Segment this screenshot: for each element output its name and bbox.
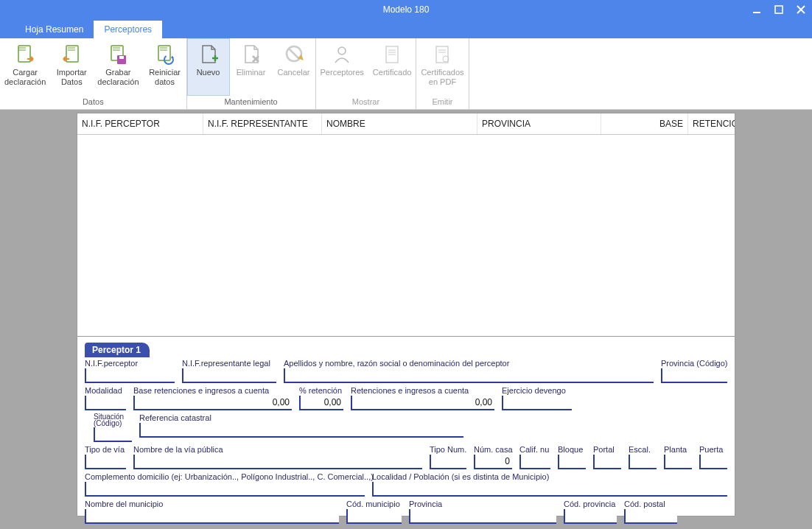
- municipio-input[interactable]: [85, 509, 339, 524]
- close-button[interactable]: [790, 0, 812, 19]
- bloque-input[interactable]: [558, 455, 586, 469]
- tab-perceptores[interactable]: Perceptores: [94, 21, 162, 38]
- provincia-input[interactable]: [409, 509, 556, 524]
- workarea: N.I.F. PERCEPTOR N.I.F. REPRESENTANTE NO…: [0, 113, 812, 516]
- label-ejercicio: Ejercicio devengo: [502, 386, 572, 395]
- reiniciar-datos-button[interactable]: Reiniciar datos: [144, 38, 186, 96]
- modalidad-input[interactable]: [85, 396, 126, 410]
- label-provincia-cod: Provincia (Código): [661, 359, 727, 368]
- col-nombre[interactable]: NOMBRE: [322, 113, 477, 134]
- detail-panel: Perceptor 1 N.I.F.perceptor N.I.F.repres…: [77, 337, 735, 516]
- svg-rect-8: [119, 56, 124, 59]
- document-delete-icon: [239, 43, 263, 66]
- document-refresh-icon: [153, 43, 177, 66]
- label-escal: Escal.: [629, 445, 657, 454]
- tipo-via-input[interactable]: [85, 455, 126, 469]
- svg-point-10: [164, 55, 173, 64]
- col-nif-perceptor[interactable]: N.I.F. PERCEPTOR: [77, 113, 203, 134]
- eliminar-button: Eliminar: [230, 38, 273, 96]
- situacion-input[interactable]: [94, 427, 132, 442]
- cod-provincia-input[interactable]: [564, 509, 617, 524]
- puerta-input[interactable]: [699, 455, 727, 469]
- label-puerta: Puerta: [699, 445, 727, 454]
- detail-tab[interactable]: Perceptor 1: [85, 343, 150, 357]
- label-nombre-via: Nombre de la vía pública: [133, 445, 422, 454]
- provincia-cod-input[interactable]: [661, 368, 727, 383]
- ribbon-group-emitir: Certificados en PDF Emitir: [416, 38, 469, 109]
- svg-line-12: [289, 49, 299, 59]
- cargar-declaracion-button[interactable]: Cargar declaración: [0, 38, 50, 96]
- label-provincia: Provincia: [409, 500, 556, 508]
- label-cod-postal: Cód. postal: [624, 500, 677, 508]
- document-arrow-right-icon: [13, 43, 37, 66]
- perceptores-button: Perceptores: [316, 38, 368, 96]
- tipo-num-input[interactable]: [430, 455, 466, 469]
- label-planta: Planta: [664, 445, 692, 454]
- document-new-icon: [197, 43, 220, 66]
- cod-postal-input[interactable]: [624, 509, 677, 524]
- ribbon-group-mantenimiento: Nuevo Eliminar Cancelar Mantenimiento: [187, 38, 316, 109]
- pdf-icon: [430, 43, 454, 66]
- col-base[interactable]: BASE: [601, 113, 688, 134]
- ejercicio-input[interactable]: [502, 396, 572, 410]
- num-casa-input[interactable]: [474, 455, 512, 469]
- detail-form: N.I.F.perceptor N.I.F.representante lega…: [85, 359, 727, 527]
- col-nif-representante[interactable]: N.I.F. REPRESENTANTE: [203, 113, 322, 134]
- ribbon-group-datos: Cargar declaración Importar Datos Grabar…: [0, 38, 187, 109]
- escal-input[interactable]: [629, 455, 657, 469]
- label-cod-municipio: Cód. municipio: [346, 500, 402, 508]
- label-complemento: Complemento domicilio (ej: Urbanización.…: [85, 472, 365, 481]
- pct-ret-input[interactable]: [299, 396, 343, 410]
- label-ret-ing: Retenciones e ingresos a cuenta: [351, 386, 494, 395]
- base-ret-input[interactable]: [133, 396, 292, 410]
- document-arrow-left-icon: [60, 43, 83, 66]
- apellidos-input[interactable]: [284, 368, 654, 383]
- ret-ing-input[interactable]: [351, 396, 494, 410]
- grid-header: N.I.F. PERCEPTOR N.I.F. REPRESENTANTE NO…: [77, 113, 735, 135]
- ribbon-group-label: Emitir: [416, 96, 468, 109]
- complemento-input[interactable]: [85, 482, 365, 497]
- ref-catastral-input[interactable]: [139, 423, 463, 438]
- cancelar-button: Cancelar: [273, 38, 315, 96]
- ribbon-group-label: Mantenimiento: [187, 96, 315, 109]
- planta-input[interactable]: [664, 455, 692, 469]
- calif-nu-input[interactable]: [519, 455, 550, 469]
- certificado-button: Certificado: [368, 38, 416, 96]
- nif-perceptor-input[interactable]: [85, 368, 175, 383]
- ribbon: Cargar declaración Importar Datos Grabar…: [0, 38, 812, 110]
- svg-rect-1: [775, 6, 783, 13]
- portal-input[interactable]: [593, 455, 621, 469]
- app-window: Modelo 180 Hoja Resumen Perceptores Carg…: [0, 0, 812, 529]
- grid-body[interactable]: [77, 135, 735, 336]
- localidad-input[interactable]: [372, 482, 727, 497]
- ribbon-group-label: Datos: [0, 96, 186, 109]
- person-icon: [330, 43, 354, 66]
- label-calif-nu: Calif. nu: [519, 445, 550, 454]
- data-grid[interactable]: N.I.F. PERCEPTOR N.I.F. REPRESENTANTE NO…: [77, 113, 735, 337]
- label-base-ret: Base retenciones e ingresos a cuenta: [133, 386, 292, 395]
- minimize-button[interactable]: [746, 0, 768, 19]
- grabar-declaracion-button[interactable]: Grabar declaración: [93, 38, 143, 96]
- svg-rect-18: [436, 46, 448, 63]
- ribbon-group-mostrar: Perceptores Certificado Mostrar: [316, 38, 417, 109]
- document-save-icon: [106, 43, 130, 66]
- label-bloque: Bloque: [558, 445, 586, 454]
- nuevo-button[interactable]: Nuevo: [187, 38, 230, 96]
- nombre-via-input[interactable]: [133, 455, 422, 469]
- nif-rep-legal-input[interactable]: [182, 368, 276, 383]
- label-num-casa: Núm. casa: [474, 445, 512, 454]
- col-retenciones[interactable]: RETENCIONES: [688, 113, 735, 134]
- col-provincia[interactable]: PROVINCIA: [477, 113, 601, 134]
- label-ref-catastral: Referencia catastral: [139, 413, 463, 422]
- svg-point-13: [338, 47, 346, 55]
- svg-rect-0: [753, 12, 760, 13]
- importar-datos-button[interactable]: Importar Datos: [50, 38, 93, 96]
- window-controls: [746, 0, 812, 19]
- titlebar: Modelo 180: [0, 0, 812, 19]
- label-tipo-via: Tipo de vía: [85, 445, 126, 454]
- label-situacion: Situación (Código): [94, 413, 132, 427]
- maximize-button[interactable]: [768, 0, 790, 19]
- tab-hoja-resumen[interactable]: Hoja Resumen: [15, 21, 94, 38]
- cod-municipio-input[interactable]: [346, 509, 402, 524]
- label-cod-provincia: Cód. provincia: [564, 500, 617, 508]
